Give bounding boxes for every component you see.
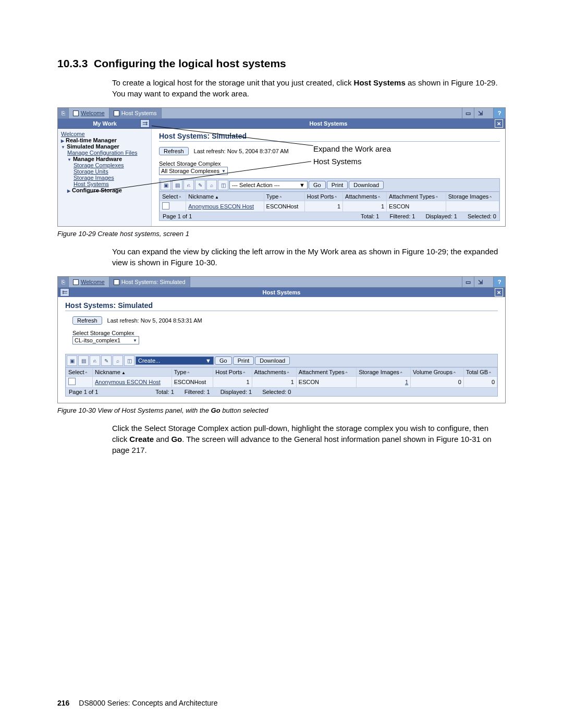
table-row: Anonymous ESCON Host ESCONHost 1 1 ESCON [160,201,499,212]
chec
      box-icon [73,279,79,285]
storage-complex-select[interactable]: CL-itso_complex1▼ [72,336,139,344]
tool-icon[interactable]: ◫ [218,180,228,190]
table-toolbar: ▣ ▤ ⎌ ✎ ⌕ ◫ --- Select Action ---▼ Go Pr… [160,179,499,192]
sidebar-host-systems[interactable]: Host Systems [74,181,148,187]
checkbox-icon [114,110,119,116]
tool-icon[interactable]: ✎ [195,180,205,190]
row-nickname-link[interactable]: Anonymous ESCON Host [188,203,254,209]
col-attachments[interactable]: Attachments^ [343,192,387,201]
section-number: 10.3.3 [57,57,88,69]
tab-welcome[interactable]: Welcome [69,277,109,287]
tool-icon[interactable]: ✎ [101,355,112,366]
action-select[interactable]: Create...▼ [136,356,214,365]
print-button[interactable]: Print [327,181,348,189]
tool-icon[interactable]: ▤ [78,355,89,366]
section-heading: 10.3.3 Configuring the logical host syst… [57,57,506,70]
sidebar-storage-complexes[interactable]: Storage Complexes [74,162,148,168]
paragraph-2: You can expand the view by clicking the … [112,246,506,268]
col-host-ports[interactable]: Host Ports^ [304,192,342,201]
annotation-expand-work-area: Expand the Work area [313,144,391,153]
tab-host-systems-simulated[interactable]: Host Systems: Simulated [109,277,190,287]
tool-icon[interactable]: ⌕ [113,355,123,366]
print-button[interactable]: Print [233,356,254,365]
row-nickname-link[interactable]: Anonymous ESCON Host [95,379,161,385]
table-row: Anonymous ESCON Host ESCONHost 1 1 ESCON… [66,377,497,388]
sidebar-manage-hardware[interactable]: Manage Hardware [67,156,122,162]
col-nickname[interactable]: Nickname▲ [92,368,172,377]
page-number: 216 [57,699,69,707]
storage-images-link[interactable]: 1 [405,379,408,385]
go-button[interactable]: Go [309,181,326,189]
col-storage-images[interactable]: Storage Images^ [446,192,499,201]
col-select[interactable]: Select^ [160,192,186,201]
col-attachments[interactable]: Attachments^ [252,368,296,377]
sidebar-welcome[interactable]: Welcome [61,131,148,137]
col-type[interactable]: Type^ [264,192,304,201]
host-systems-term: Host Systems [354,78,406,87]
figure-30-screenshot: ⎘ Welcome Host Systems: Simulated ▭ ⇲ ? … [57,276,506,403]
col-total-gb[interactable]: Total GB^ [463,368,497,377]
select-complex-label: Select Storage Complex [72,330,498,336]
last-refresh-label: Last refresh: Nov 5, 2004 8:53:31 AM [107,317,202,324]
data-table: ▣ ▤ ⎌ ✎ ⌕ ◫ --- Select Action ---▼ Go Pr… [159,178,500,221]
window-icon[interactable]: ▭ [462,108,474,118]
go-button[interactable]: Go [215,356,232,365]
col-nickname[interactable]: Nickname▲ [186,192,264,201]
sidebar-realtime-manager[interactable]: Real-time Manager [61,137,117,143]
col-storage-images[interactable]: Storage Images^ [357,368,411,377]
col-type[interactable]: Type^ [172,368,213,377]
chevron-down-icon: ▼ [133,338,137,343]
action-select[interactable]: --- Select Action ---▼ [229,181,308,189]
figure-30-caption: Figure 10-30 View of Host Systems panel,… [57,406,506,414]
paragraph-1: To create a logical host for the storage… [112,77,506,99]
tool-icon[interactable]: ◫ [124,355,134,366]
data-table: ▣ ▤ ⎌ ✎ ⌕ ◫ Create...▼ Go Print Download… [65,354,498,397]
refresh-button[interactable]: Refresh [159,147,189,155]
col-select[interactable]: Select^ [66,368,93,377]
row-checkbox[interactable] [162,202,169,209]
sidebar-manage-config[interactable]: Manage Configuration Files [67,150,148,156]
tool-icon[interactable]: ▤ [172,180,182,190]
tab-host-systems[interactable]: Host Systems [109,108,162,118]
pin-icon[interactable]: ⇲ [474,277,486,287]
tool-icon[interactable]: ⌕ [206,180,217,190]
row-checkbox[interactable] [68,378,76,385]
table-footer: Page 1 of 1 Total: 1 Filtered: 1 Display… [160,212,499,220]
chevron-down-icon: ▼ [299,182,305,188]
refresh-button[interactable]: Refresh [72,316,102,325]
download-button[interactable]: Download [349,181,384,189]
tool-icon[interactable]: ▣ [67,355,77,366]
figure-29-caption: Figure 10-29 Create host systems, screen… [57,230,506,238]
help-icon[interactable]: ? [493,108,505,118]
col-attach-types[interactable]: Attachment Types^ [387,192,446,201]
pin-icon[interactable]: ⇲ [474,108,486,118]
collapse-sidebar-button[interactable]: ⮆ [140,119,150,128]
close-icon[interactable]: ✕ [495,288,503,297]
tool-icon[interactable]: ⎌ [90,355,100,366]
tool-icon[interactable]: ⎌ [183,180,194,190]
checkbox-icon [114,279,119,285]
tab-bar: ⎘ Welcome Host Systems: Simulated ▭ ⇲ ? [58,277,505,288]
table-toolbar: ▣ ▤ ⎌ ✎ ⌕ ◫ Create...▼ Go Print Download [66,354,497,367]
book-title: DS8000 Series: Concepts and Architecture [79,699,217,707]
help-icon[interactable]: ? [493,277,505,287]
sidebar-storage-units[interactable]: Storage Units [74,168,148,175]
app-icon[interactable]: ⎘ [58,108,69,118]
paragraph-3: Click the Select Storage Complex action … [112,423,506,455]
section-title: Configuring the logical host systems [94,57,286,69]
window-icon[interactable]: ▭ [462,277,474,287]
col-host-ports[interactable]: Host Ports^ [213,368,252,377]
col-attach-types[interactable]: Attachment Types^ [296,368,356,377]
app-icon[interactable]: ⎘ [58,277,69,287]
tab-welcome[interactable]: Welcome [69,108,109,118]
table-footer: Page 1 of 1 Total: 1 Filtered: 1 Display… [66,388,497,396]
download-button[interactable]: Download [255,356,290,365]
close-icon[interactable]: ✕ [495,119,503,128]
sidebar-simulated-manager[interactable]: Simulated Manager [61,143,119,150]
page-footer: 216DS8000 Series: Concepts and Architect… [57,699,218,707]
last-refresh-label: Last refresh: Nov 5, 2004 8:37:07 AM [194,148,289,154]
sidebar-storage-images[interactable]: Storage Images [74,175,148,181]
expand-sidebar-button[interactable]: ⮄ [60,288,69,297]
sidebar-configure-storage[interactable]: Configure Storage [67,187,122,193]
col-volume-groups[interactable]: Volume Groups^ [411,368,464,377]
